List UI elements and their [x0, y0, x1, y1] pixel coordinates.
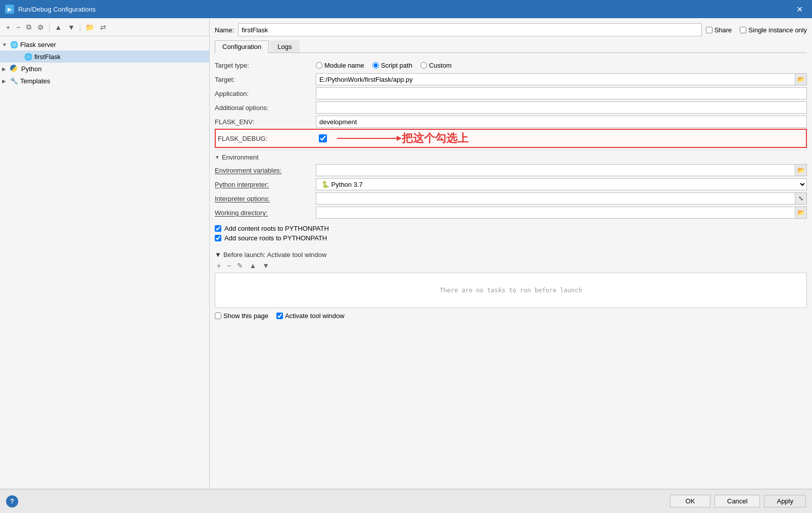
- flask-debug-checkbox[interactable]: [319, 134, 327, 142]
- activate-tool-window-text: Activate tool window: [285, 312, 345, 320]
- templates-label: Templates: [20, 77, 50, 85]
- app-icon: ▶: [5, 5, 14, 14]
- tab-logs[interactable]: Logs: [270, 40, 299, 53]
- application-input[interactable]: [316, 87, 807, 99]
- single-instance-label: Single instance only: [748, 26, 807, 34]
- interpreter-options-label: Interpreter options:: [215, 195, 316, 202]
- tab-configuration[interactable]: Configuration: [215, 40, 269, 53]
- target-label: Target:: [215, 76, 316, 83]
- env-vars-folder-button[interactable]: 📂: [795, 164, 807, 176]
- apply-button[interactable]: Apply: [764, 495, 806, 507]
- env-vars-input[interactable]: [316, 164, 795, 176]
- activate-tool-window-label[interactable]: Activate tool window: [276, 312, 345, 320]
- custom-radio-label[interactable]: Custom: [420, 62, 452, 69]
- target-folder-button[interactable]: 📂: [795, 73, 807, 85]
- show-this-page-label[interactable]: Show this page: [215, 312, 268, 320]
- share-checkbox[interactable]: [706, 27, 712, 33]
- left-toolbar: + − ⧉ ⚙ ▲ ▼ 📁 ⇄: [0, 18, 209, 36]
- tree-item-firstflask[interactable]: 🌐 firstFlask: [0, 50, 209, 63]
- target-input-group: 📂: [316, 73, 807, 85]
- single-instance-checkbox-label[interactable]: Single instance only: [740, 26, 807, 34]
- custom-radio[interactable]: [420, 62, 427, 69]
- name-input[interactable]: [238, 23, 701, 36]
- move-up-button[interactable]: ▲: [53, 22, 64, 32]
- python-icon: [10, 65, 19, 73]
- script-path-radio[interactable]: [372, 62, 379, 69]
- annotation-arrow: [337, 138, 398, 139]
- working-directory-input[interactable]: [316, 207, 795, 219]
- env-vars-row: Environment variables: 📂: [215, 163, 807, 177]
- interpreter-options-field: ⤡: [316, 192, 807, 204]
- interpreter-options-expand-button[interactable]: ⤡: [795, 192, 807, 204]
- move-button[interactable]: ⇄: [98, 22, 108, 32]
- flask-server-arrow: ▼: [2, 42, 10, 47]
- additional-options-input[interactable]: [316, 101, 807, 114]
- application-label: Application:: [215, 90, 316, 97]
- working-directory-row: Working directory: 📂: [215, 206, 807, 220]
- flask-env-field: [316, 116, 807, 128]
- env-vars-field: 📂: [316, 164, 807, 176]
- folder-button[interactable]: 📁: [83, 22, 96, 32]
- help-button[interactable]: ?: [6, 495, 18, 507]
- single-instance-checkbox[interactable]: [740, 27, 746, 33]
- python-interpreter-field: 🐍 Python 3.7: [316, 178, 807, 190]
- interpreter-options-input[interactable]: [316, 192, 795, 204]
- add-content-roots-label: Add content roots to PYTHONPATH: [224, 225, 329, 232]
- target-type-radio-group: Module name Script path Custom: [316, 62, 807, 69]
- toolbar-divider-2: [80, 23, 80, 32]
- flask-env-label: FLASK_ENV:: [215, 118, 316, 126]
- activate-tool-window-checkbox[interactable]: [276, 313, 283, 319]
- launch-up-button[interactable]: ▲: [247, 261, 258, 271]
- python-interpreter-select-wrapper: 🐍 Python 3.7: [316, 178, 807, 190]
- flask-env-row: FLASK_ENV:: [215, 115, 807, 129]
- empty-tasks-text: There are no tasks to run before launch: [440, 287, 582, 294]
- tree-item-flask-server[interactable]: ▼ 🌐 Flask server: [0, 38, 209, 50]
- title-bar-text: Run/Debug Configurations: [18, 6, 788, 13]
- add-config-button[interactable]: +: [4, 22, 12, 32]
- config-tabs: Configuration Logs: [215, 40, 807, 53]
- tree-item-python[interactable]: ▶ Python: [0, 63, 209, 75]
- title-bar: ▶ Run/Debug Configurations ✕: [0, 0, 812, 18]
- add-content-roots-row: Add content roots to PYTHONPATH: [215, 224, 807, 233]
- toolbar-divider: [49, 23, 50, 32]
- flask-env-input[interactable]: [316, 116, 807, 128]
- module-name-radio-label[interactable]: Module name: [316, 62, 364, 69]
- script-path-radio-label[interactable]: Script path: [372, 62, 412, 69]
- settings-button[interactable]: ⚙: [35, 22, 46, 32]
- launch-down-button[interactable]: ▼: [260, 261, 271, 271]
- firstflask-label: firstFlask: [34, 53, 61, 61]
- target-row: Target: 📂: [215, 72, 807, 86]
- application-field: [316, 87, 807, 99]
- python-interpreter-select[interactable]: 🐍 Python 3.7: [316, 178, 807, 190]
- launch-add-button[interactable]: +: [215, 261, 223, 271]
- working-directory-label: Working directory:: [215, 209, 316, 217]
- before-launch-collapse-arrow[interactable]: ▼: [215, 251, 221, 259]
- move-down-button[interactable]: ▼: [66, 22, 77, 32]
- show-this-page-text: Show this page: [223, 312, 268, 320]
- share-checkbox-label[interactable]: Share: [706, 26, 732, 34]
- target-input[interactable]: [316, 73, 795, 85]
- add-content-roots-checkbox[interactable]: [215, 225, 221, 232]
- cancel-button[interactable]: Cancel: [714, 495, 760, 507]
- python-arrow: ▶: [2, 66, 10, 72]
- working-directory-input-group: 📂: [316, 207, 807, 219]
- launch-edit-button[interactable]: ✎: [235, 261, 245, 271]
- remove-config-button[interactable]: −: [14, 22, 22, 32]
- environment-collapse-arrow[interactable]: ▼: [215, 155, 220, 160]
- interpreter-options-input-group: ⤡: [316, 192, 807, 204]
- close-button[interactable]: ✕: [792, 3, 807, 16]
- copy-config-button[interactable]: ⧉: [24, 22, 33, 32]
- target-type-row: Target type: Module name Script path: [215, 58, 807, 72]
- flask-debug-field: 把这个勾选上: [319, 131, 804, 146]
- flask-server-label: Flask server: [20, 41, 56, 48]
- tree-item-templates[interactable]: ▶ 🔧 Templates: [0, 75, 209, 87]
- module-name-radio[interactable]: [316, 62, 322, 69]
- add-source-roots-checkbox[interactable]: [215, 235, 221, 241]
- python-interpreter-label: Python interpreter:: [215, 181, 316, 188]
- show-this-page-checkbox[interactable]: [215, 313, 221, 319]
- launch-remove-button[interactable]: −: [225, 261, 233, 271]
- working-directory-folder-button[interactable]: 📂: [795, 207, 807, 219]
- ok-button[interactable]: OK: [670, 495, 710, 507]
- working-directory-field: 📂: [316, 207, 807, 219]
- before-launch-section: ▼ Before launch: Activate tool window + …: [215, 251, 807, 308]
